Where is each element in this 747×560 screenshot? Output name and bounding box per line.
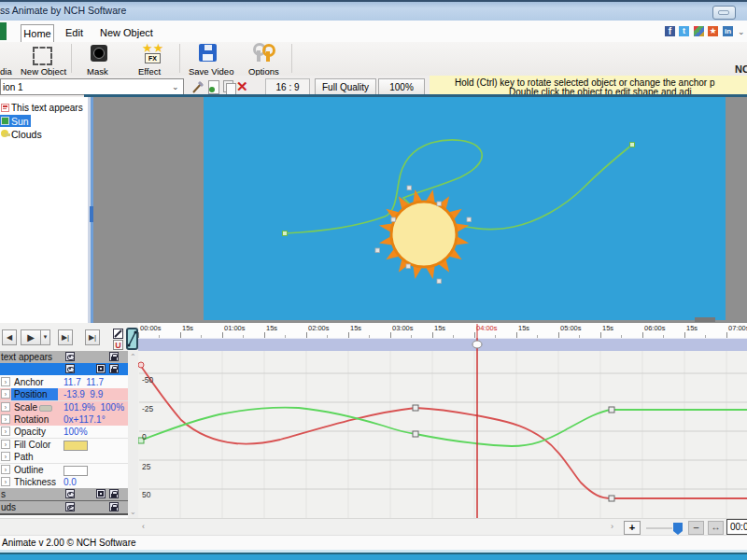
svg-text:0: 0	[142, 432, 147, 441]
svg-text:-25: -25	[142, 404, 154, 413]
svg-text:25: 25	[142, 462, 151, 471]
svg-text:50: 50	[142, 490, 151, 499]
svg-text:-50: -50	[142, 375, 154, 385]
